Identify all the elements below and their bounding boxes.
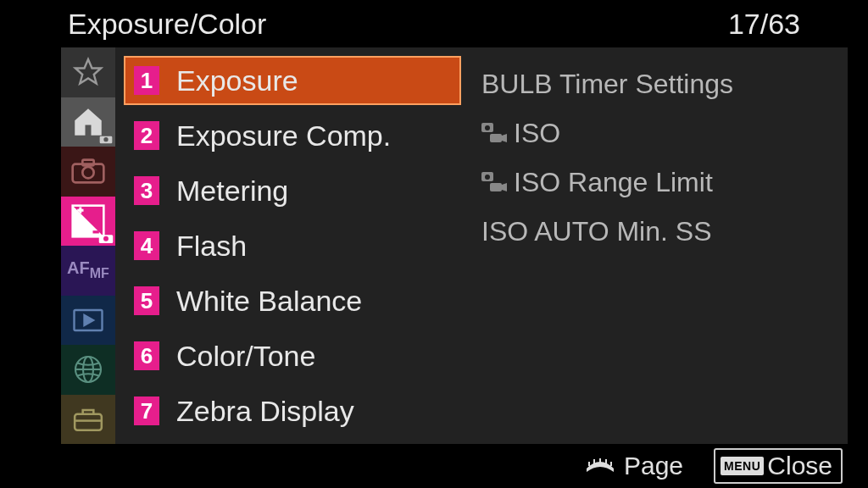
svg-rect-28 — [610, 462, 612, 466]
sidebar-tab-exposure[interactable] — [61, 197, 115, 247]
sidebar-tab-setup[interactable] — [61, 395, 115, 445]
svg-rect-26 — [599, 458, 601, 463]
detail-label: ISO AUTO Min. SS — [481, 216, 711, 247]
sidebar-tab-shooting[interactable] — [61, 147, 115, 197]
sidebar-tab-main[interactable] — [61, 97, 115, 147]
item-number: 3 — [134, 176, 159, 205]
submenu-item-flash[interactable]: 4 Flash — [115, 221, 461, 270]
svg-point-17 — [485, 125, 490, 130]
svg-point-2 — [103, 137, 108, 141]
footer: Page MENU Close — [0, 444, 868, 488]
camera-menu-screen: Exposure/Color 17/63 — [0, 0, 868, 488]
main-panel: 1 Exposure 2 Exposure Comp. 3 Metering 4… — [115, 47, 848, 444]
svg-marker-19 — [502, 134, 507, 142]
detail-label: BULB Timer Settings — [481, 69, 733, 100]
svg-rect-24 — [588, 462, 590, 466]
camera-small-icon — [98, 232, 114, 244]
item-number: 2 — [134, 121, 159, 150]
svg-rect-27 — [605, 459, 607, 464]
item-label: Flash — [176, 230, 247, 263]
item-label: Exposure Comp. — [176, 119, 391, 152]
header: Exposure/Color 17/63 — [0, 0, 868, 47]
page-dial-hint: Page — [583, 452, 683, 480]
menu-chip: MENU — [721, 457, 764, 475]
submenu-item-metering[interactable]: 3 Metering — [115, 166, 461, 215]
camera-icon — [71, 158, 105, 185]
page-title: Exposure/Color — [68, 8, 266, 41]
page-label: Page — [624, 452, 683, 480]
page-counter: 17/63 — [728, 8, 800, 41]
play-icon — [73, 308, 103, 332]
detail-item-iso-auto-min-ss[interactable]: ISO AUTO Min. SS — [461, 207, 848, 256]
item-number: 1 — [134, 66, 159, 95]
svg-point-8 — [103, 236, 108, 241]
still-video-mode-icon — [481, 122, 507, 144]
item-label: Color/Tone — [176, 340, 315, 373]
item-label: Zebra Display — [176, 395, 354, 428]
svg-point-4 — [82, 167, 93, 178]
afmf-icon: AFMF — [67, 261, 109, 280]
item-number: 5 — [134, 286, 159, 315]
item-number: 6 — [134, 341, 159, 370]
item-label: Exposure — [176, 64, 298, 97]
svg-rect-25 — [593, 459, 595, 464]
svg-marker-0 — [75, 59, 101, 84]
submenu-item-white-balance[interactable]: 5 White Balance — [115, 276, 461, 325]
detail-item-bulb-timer[interactable]: BULB Timer Settings — [461, 59, 848, 108]
svg-rect-14 — [75, 413, 102, 430]
detail-item-iso[interactable]: ISO — [461, 108, 848, 158]
svg-point-21 — [485, 175, 490, 180]
detail-list: BULB Timer Settings ISO — [461, 56, 848, 435]
globe-icon — [73, 354, 103, 385]
submenu-list: 1 Exposure 2 Exposure Comp. 3 Metering 4… — [115, 56, 461, 435]
item-label: White Balance — [176, 285, 362, 318]
item-number: 4 — [134, 231, 159, 260]
camera-small-icon — [99, 134, 113, 144]
sidebar-tab-network[interactable] — [61, 345, 115, 395]
svg-marker-23 — [502, 183, 507, 191]
detail-item-iso-range-limit[interactable]: ISO Range Limit — [461, 158, 848, 207]
svg-marker-10 — [85, 315, 94, 325]
submenu-item-zebra-display[interactable]: 7 Zebra Display — [115, 386, 461, 435]
sidebar-tab-playback[interactable] — [61, 296, 115, 346]
star-icon — [73, 57, 103, 87]
sidebar-tab-favorites[interactable] — [61, 47, 115, 97]
detail-label: ISO — [514, 118, 560, 149]
svg-rect-5 — [82, 160, 93, 166]
close-button[interactable]: MENU Close — [714, 448, 843, 484]
submenu-item-exposure-comp[interactable]: 2 Exposure Comp. — [115, 111, 461, 160]
item-number: 7 — [134, 396, 159, 425]
toolbox-icon — [72, 406, 104, 433]
submenu-item-color-tone[interactable]: 6 Color/Tone — [115, 331, 461, 380]
sidebar-tab-focus[interactable]: AFMF — [61, 246, 115, 296]
svg-rect-22 — [490, 183, 502, 191]
still-video-mode-icon — [481, 171, 507, 193]
submenu-item-exposure[interactable]: 1 Exposure — [124, 56, 461, 105]
svg-rect-18 — [490, 134, 502, 142]
dial-icon — [583, 457, 617, 475]
detail-label: ISO Range Limit — [514, 167, 713, 198]
close-label: Close — [767, 452, 832, 480]
category-sidebar: AFMF — [61, 47, 115, 444]
item-label: Metering — [176, 175, 288, 208]
